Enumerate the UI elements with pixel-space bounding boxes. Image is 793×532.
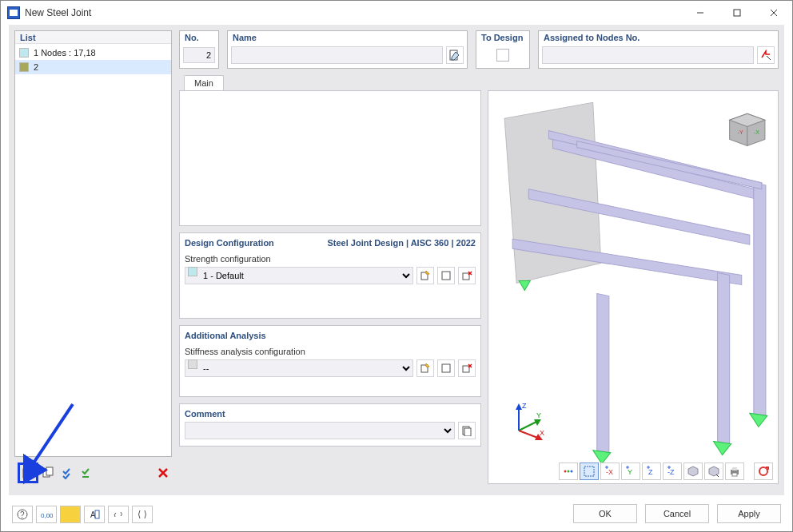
svg-marker-7 [426,271,429,274]
list-header: List [15,31,171,44]
vp-view-z-button[interactable]: Z [642,463,661,480]
new-config-button[interactable] [416,267,434,284]
check-selected-button[interactable] [78,464,96,482]
vp-view-neg-z-button[interactable]: -Z [663,463,682,480]
svg-rect-54 [732,467,737,470]
svg-marker-35 [516,403,522,410]
units-button[interactable]: 0,00 [36,506,57,523]
edit-name-button[interactable] [446,46,464,64]
new-button[interactable] [18,463,38,483]
edit-config-button[interactable] [437,267,455,284]
vp-select-button[interactable] [580,463,599,480]
edit-stiffness-button[interactable] [437,359,455,377]
vp-display-menu-button[interactable] [704,463,723,480]
script-button[interactable] [132,506,153,523]
window-title: New Steel Joint [25,7,91,18]
minimize-button[interactable] [682,1,719,25]
svg-marker-26 [750,413,767,427]
svg-point-44 [568,470,570,473]
cancel-button[interactable]: Cancel [645,504,709,523]
list-item-label: 1 Nodes : 17,18 [34,48,96,58]
list-item[interactable]: 2 [15,60,171,74]
no-value[interactable]: 2 [183,47,215,63]
to-design-checkbox[interactable] [496,49,509,62]
vp-reset-button[interactable] [754,463,773,480]
strength-config-select[interactable]: 1 - Default [185,267,413,284]
svg-text:Y: Y [536,411,541,419]
svg-text:0,00: 0,00 [41,512,53,519]
app-icon [7,6,20,19]
to-design-label: To Design [476,31,529,46]
svg-rect-55 [732,473,737,476]
name-input[interactable] [231,46,443,64]
svg-text:-Y: -Y [738,129,743,135]
svg-marker-21 [754,183,766,416]
no-panel: No. 2 [179,30,219,69]
svg-point-43 [564,470,567,473]
swatch-icon [19,62,29,72]
assigned-input[interactable] [542,46,754,64]
name-label: Name [228,31,467,46]
vp-points-button[interactable] [559,463,578,480]
preview-image-panel [179,90,481,226]
pick-nodes-button[interactable] [757,46,775,64]
list-items: 1 Nodes : 17,18 2 [15,44,171,74]
svg-text:Y: Y [628,468,632,476]
svg-text:X: X [540,429,544,437]
color-button[interactable] [60,506,81,523]
svg-rect-4 [46,467,53,475]
swatch-icon [19,48,29,58]
remove-stiffness-button[interactable] [458,359,476,377]
list-item-label: 2 [34,62,38,72]
svg-point-45 [571,470,573,473]
svg-text:-X: -X [606,468,613,476]
vp-view-y-button[interactable]: Y [621,463,640,480]
view-cube: -Y -X [730,113,765,145]
list-toolbar [14,462,172,484]
svg-line-37 [519,421,538,431]
to-design-panel: To Design [476,30,530,69]
svg-marker-24 [577,141,762,189]
design-config-title: Design Configuration [185,238,274,248]
axes-gizmo: Z Y X [508,400,549,442]
vp-view-x-button[interactable]: -X [600,463,620,480]
close-button[interactable] [755,1,792,25]
maximize-button[interactable] [719,1,755,25]
viewport-toolbar: -X Y Z -Z [559,463,773,480]
svg-rect-8 [442,272,450,280]
svg-text:Z: Z [522,402,527,410]
new-stiffness-button[interactable] [416,359,434,377]
viewport-3d[interactable]: -Y -X Z Y X -X Y Z [488,90,779,484]
svg-marker-2 [30,467,33,470]
comment-select[interactable] [185,422,455,439]
list-item[interactable]: 1 Nodes : 17,18 [15,46,171,60]
design-standard-label: Steel Joint Design | AISC 360 | 2022 [328,238,476,248]
svg-marker-51 [688,466,698,476]
ok-button[interactable]: OK [573,504,637,523]
svg-marker-25 [519,280,530,290]
svg-marker-52 [709,466,719,476]
font-button[interactable]: A [84,506,105,523]
tab-main[interactable]: Main [184,75,224,91]
comment-library-button[interactable] [458,422,476,439]
svg-marker-11 [426,363,429,367]
link-button[interactable] [108,506,129,523]
no-label: No. [180,31,218,46]
remove-config-button[interactable] [458,267,476,284]
help-button[interactable]: ? [12,506,33,523]
copy-button[interactable] [40,464,58,482]
list-panel: List 1 Nodes : 17,18 2 [14,30,172,457]
vp-print-button[interactable] [725,463,744,480]
svg-rect-63 [95,510,99,518]
delete-button[interactable] [154,464,172,482]
check-all-button[interactable] [59,464,77,482]
svg-text:?: ? [20,510,25,519]
stiffness-config-select[interactable]: -- [185,359,413,377]
svg-rect-0 [734,10,740,16]
svg-text:Z: Z [648,468,653,476]
vp-iso-button[interactable] [683,463,703,480]
apply-button[interactable]: Apply [717,504,781,523]
svg-marker-22 [718,272,730,443]
svg-text:-Z: -Z [667,468,675,476]
stiffness-config-label: Stiffness analysis configuration [185,347,476,356]
